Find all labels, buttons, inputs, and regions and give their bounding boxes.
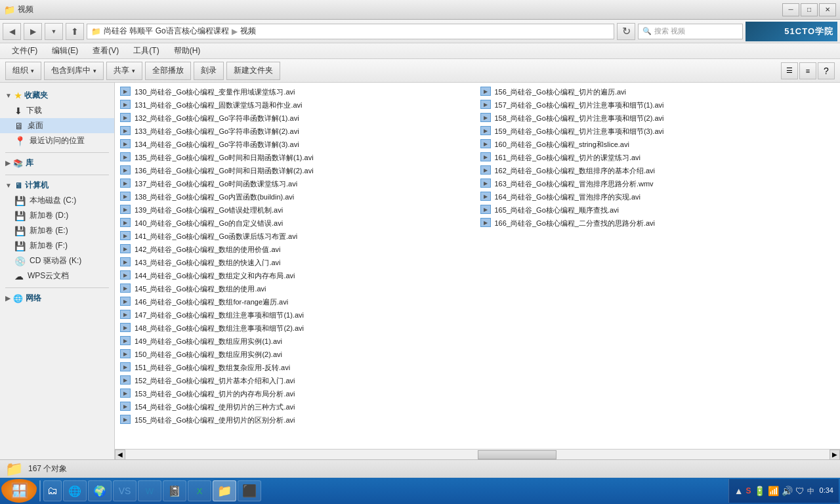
list-item[interactable]: ▶ 148_尚硅谷_Go核心编程_数组注意事项和细节(2).avi: [117, 322, 478, 335]
tray-battery[interactable]: 🔋: [754, 486, 765, 496]
list-item[interactable]: ▶ 144_尚硅谷_Go核心编程_数组定义和内存布局.avi: [117, 269, 478, 282]
sidebar-item-desktop[interactable]: 🖥 桌面: [0, 118, 114, 133]
menu-view[interactable]: 查看(V): [86, 44, 125, 58]
menu-help[interactable]: 帮助(H): [167, 44, 207, 58]
list-item[interactable]: ▶ 155_尚硅谷_Go核心编程_使用切片的区别分析.avi: [117, 413, 478, 427]
list-item[interactable]: ▶ 149_尚硅谷_Go核心编程_数组应用实例(1).avi: [117, 335, 478, 348]
path-separator: ▶: [232, 27, 238, 36]
file-name: 158_尚硅谷_Go核心编程_切片注意事项和细节(2).avi: [495, 114, 664, 123]
view-mode-button[interactable]: ☰: [781, 62, 798, 79]
sidebar-header-favorites[interactable]: ▼ ★ 收藏夹: [0, 88, 114, 103]
menu-file[interactable]: 文件(F): [5, 44, 44, 58]
sidebar-item-wps[interactable]: ☁ WPS云文档: [0, 268, 114, 284]
list-item[interactable]: ▶ 136_尚硅谷_Go核心编程_Go时间和日期函数详解(2).avi: [117, 164, 478, 177]
list-item[interactable]: ▶ 146_尚硅谷_Go核心编程_数组for-range遍历.avi: [117, 295, 478, 308]
minimize-button[interactable]: ─: [782, 3, 799, 16]
taskbar-show-desktop[interactable]: 🗂: [43, 480, 62, 501]
list-item[interactable]: ▶ 158_尚硅谷_Go核心编程_切片注意事项和细节(2).avi: [478, 112, 838, 125]
list-item[interactable]: ▶ 159_尚硅谷_Go核心编程_切片注意事项和细节(3).avi: [478, 125, 838, 138]
list-item[interactable]: ▶ 165_尚硅谷_Go核心编程_顺序查找.avi: [478, 203, 838, 217]
new-folder-button[interactable]: 新建文件夹: [226, 62, 280, 80]
list-item[interactable]: ▶ 141_尚硅谷_Go核心编程_Go函数课后练习布置.avi: [117, 230, 478, 243]
list-item[interactable]: ▶ 147_尚硅谷_Go核心编程_数组注意事项和细节(1).avi: [117, 308, 478, 322]
tray-network[interactable]: 📶: [768, 486, 779, 496]
list-item[interactable]: ▶ 140_尚硅谷_Go核心编程_Go的自定义错误.avi: [117, 217, 478, 230]
list-item[interactable]: ▶ 152_尚硅谷_Go核心编程_切片基本介绍和入门.avi: [117, 374, 478, 387]
maximize-button[interactable]: □: [801, 3, 818, 16]
list-item[interactable]: ▶ 134_尚硅谷_Go核心编程_Go字符串函数详解(3).avi: [117, 138, 478, 151]
tray-volume[interactable]: 🔊: [782, 486, 793, 496]
list-item[interactable]: ▶ 132_尚硅谷_Go核心编程_Go字符串函数详解(1).avi: [117, 112, 478, 125]
list-item[interactable]: ▶ 142_尚硅谷_Go核心编程_数组的使用价值.avi: [117, 243, 478, 256]
list-item[interactable]: ▶ 150_尚硅谷_Go核心编程_数组应用实例(2).avi: [117, 348, 478, 361]
taskbar-word[interactable]: W: [138, 480, 161, 501]
address-path[interactable]: 📁 尚硅谷 韩顺平 Go语言核心编程课程 ▶ 视频: [87, 24, 614, 39]
scroll-right-btn[interactable]: ▶: [830, 450, 840, 460]
sidebar-item-recent[interactable]: 📍 最近访问的位置: [0, 133, 114, 148]
start-button[interactable]: 🪟: [1, 479, 37, 503]
scroll-left-btn[interactable]: ◀: [115, 450, 125, 460]
list-item[interactable]: ▶ 161_尚硅谷_Go核心编程_切片的课堂练习.avi: [478, 151, 838, 164]
play-all-button[interactable]: 全部播放: [145, 62, 191, 80]
expand-icon-network: ▶: [5, 295, 10, 302]
taskbar-vscode[interactable]: VS: [113, 480, 136, 501]
list-item[interactable]: ▶ 162_尚硅谷_Go核心编程_数组排序的基本介绍.avi: [478, 164, 838, 177]
list-item[interactable]: ▶ 133_尚硅谷_Go核心编程_Go字符串函数详解(2).avi: [117, 125, 478, 138]
list-item[interactable]: ▶ 143_尚硅谷_Go核心编程_数组的快速入门.avi: [117, 256, 478, 269]
file-icon: ▶: [480, 205, 492, 215]
view-list-button[interactable]: ≡: [799, 62, 816, 79]
include-library-button[interactable]: 包含到库中 ▾: [44, 62, 104, 80]
burn-button[interactable]: 刻录: [194, 62, 224, 80]
list-item[interactable]: ▶ 145_尚硅谷_Go核心编程_数组的使用.avi: [117, 282, 478, 295]
forward-button[interactable]: ▶: [24, 23, 42, 40]
list-item[interactable]: ▶ 139_尚硅谷_Go核心编程_Go错误处理机制.avi: [117, 203, 478, 217]
tray-expand[interactable]: ▲: [734, 486, 744, 496]
scroll-thumb[interactable]: [478, 450, 556, 459]
list-item[interactable]: ▶ 130_尚硅谷_Go核心编程_变量作用域课堂练习.avi: [117, 85, 478, 98]
scroll-track[interactable]: [125, 450, 830, 460]
list-item[interactable]: ▶ 164_尚硅谷_Go核心编程_冒泡排序的实现.avi: [478, 190, 838, 203]
sidebar-item-drive-c[interactable]: 💾 本地磁盘 (C:): [0, 193, 114, 208]
sidebar-item-drive-e[interactable]: 💾 新加卷 (E:): [0, 223, 114, 238]
list-item[interactable]: ▶ 163_尚硅谷_Go核心编程_冒泡排序思路分析.wmv: [478, 177, 838, 190]
view-details-button[interactable]: ?: [818, 62, 835, 79]
taskbar-app2[interactable]: ⬛: [238, 480, 261, 501]
list-item[interactable]: ▶ 137_尚硅谷_Go核心编程_Go时间函数课堂练习.avi: [117, 177, 478, 190]
close-button[interactable]: ✕: [819, 3, 836, 16]
list-item[interactable]: ▶ 135_尚硅谷_Go核心编程_Go时间和日期函数详解(1).avi: [117, 151, 478, 164]
list-item[interactable]: ▶ 131_尚硅谷_Go核心编程_固数课堂练习题和作业.avi: [117, 98, 478, 112]
back-button[interactable]: ◀: [3, 23, 21, 40]
list-item[interactable]: ▶ 151_尚硅谷_Go核心编程_数组复杂应用-反转.avi: [117, 361, 478, 374]
sidebar-header-network[interactable]: ▶ 🌐 网络: [0, 291, 114, 306]
taskbar-chrome[interactable]: 🌍: [88, 480, 112, 501]
sidebar-header-computer[interactable]: ▼ 🖥 计算机: [0, 178, 114, 193]
taskbar-explorer[interactable]: 📁: [213, 480, 236, 501]
taskbar-ie[interactable]: 🌐: [63, 480, 87, 501]
sidebar-header-library[interactable]: ▶ 📚 库: [0, 156, 114, 171]
search-box[interactable]: 🔍 搜索 视频: [638, 24, 743, 39]
menu-edit[interactable]: 编辑(E): [45, 44, 85, 58]
list-item[interactable]: ▶ 157_尚硅谷_Go核心编程_切片注意事项和细节(1).avi: [478, 98, 838, 112]
sidebar-item-drive-f[interactable]: 💾 新加卷 (F:): [0, 238, 114, 253]
organize-button[interactable]: 组织 ▾: [5, 62, 41, 80]
taskbar-excel[interactable]: X: [188, 480, 211, 501]
taskbar-notepad[interactable]: 📓: [163, 480, 186, 501]
list-item[interactable]: ▶ 166_尚硅谷_Go核心编程_二分查找的思路分析.avi: [478, 217, 838, 230]
list-item[interactable]: ▶ 138_尚硅谷_Go核心编程_Go内置函数(buildin).avi: [117, 190, 478, 203]
share-button[interactable]: 共享 ▾: [106, 62, 142, 80]
list-item[interactable]: ▶ 153_尚硅谷_Go核心编程_切片的内存布局分析.avi: [117, 387, 478, 400]
list-item[interactable]: ▶ 154_尚硅谷_Go核心编程_使用切片的三种方式.avi: [117, 400, 478, 413]
list-item[interactable]: ▶ 156_尚硅谷_Go核心编程_切片的遍历.avi: [478, 85, 838, 98]
tray-shield[interactable]: 🛡: [795, 486, 805, 496]
sidebar-item-drive-d[interactable]: 💾 新加卷 (D:): [0, 208, 114, 223]
tray-lang[interactable]: 中: [807, 486, 814, 496]
dropdown-button[interactable]: ▼: [45, 23, 63, 40]
refresh-button[interactable]: ↻: [617, 23, 635, 40]
up-button[interactable]: ⬆: [66, 23, 84, 40]
menu-tools[interactable]: 工具(T): [127, 44, 165, 58]
sidebar-item-drive-k[interactable]: 💿 CD 驱动器 (K:): [0, 253, 114, 268]
sidebar-item-downloads[interactable]: ⬇ 下载: [0, 103, 114, 118]
file-icon: ▶: [120, 310, 132, 320]
list-item[interactable]: ▶ 160_尚硅谷_Go核心编程_string和slice.avi: [478, 138, 838, 151]
tray-s-icon[interactable]: S: [746, 486, 751, 495]
